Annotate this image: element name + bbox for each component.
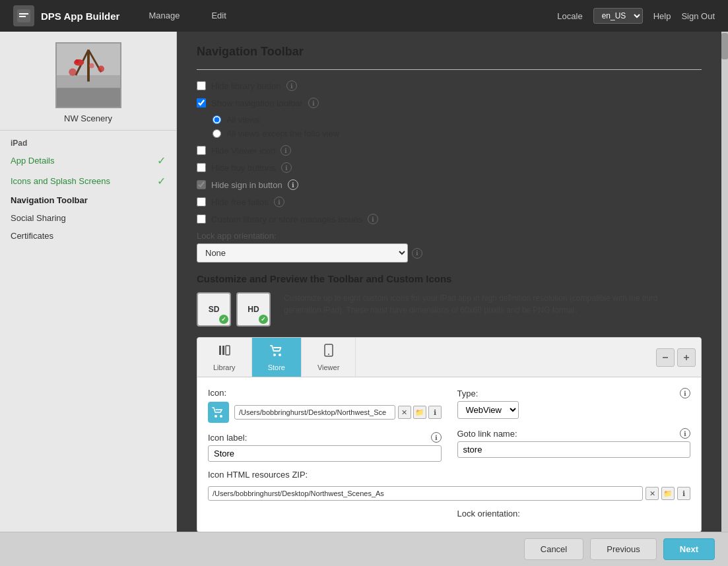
resolution-buttons: SD ✓ HD ✓ <box>197 292 271 327</box>
vertical-scrollbar[interactable] <box>721 32 728 532</box>
goto-link-info-icon[interactable]: ℹ <box>680 428 690 439</box>
show-nav-toolbar-row: Show navigation toolbar ℹ <box>197 98 702 108</box>
title-divider <box>197 69 702 70</box>
all-views-radio[interactable] <box>213 115 221 124</box>
all-views-except-label[interactable]: All views except the folio view <box>226 129 339 139</box>
sidebar: NW Scenery iPad App Details ✓ Icons and … <box>0 32 177 532</box>
hide-library-checkbox[interactable] <box>197 81 206 90</box>
svg-point-18 <box>279 354 281 356</box>
hide-free-folios-info-icon[interactable]: ℹ <box>274 197 284 207</box>
nav-manage[interactable]: Manage <box>133 0 195 32</box>
sidebar-item-social-sharing[interactable]: Social Sharing <box>0 209 176 227</box>
hide-buy-label[interactable]: Hide buy buttons <box>211 163 276 173</box>
custom-library-checkbox[interactable] <box>197 214 206 224</box>
custom-library-label[interactable]: Custom library or store manages issues <box>211 214 362 224</box>
radio-group: All views All views except the folio vie… <box>213 115 702 139</box>
hd-label: HD <box>248 305 259 314</box>
help-label[interactable]: Help <box>653 11 671 21</box>
tab-viewer[interactable]: Viewer <box>302 338 356 377</box>
svg-point-20 <box>328 354 329 355</box>
hide-buy-checkbox[interactable] <box>197 163 206 172</box>
main-container: NW Scenery iPad App Details ✓ Icons and … <box>0 32 728 532</box>
show-nav-toolbar-label[interactable]: Show navigation toolbar <box>211 98 303 108</box>
type-info-icon[interactable]: ℹ <box>680 388 690 398</box>
icon-label-input[interactable] <box>208 445 442 462</box>
hide-free-folios-label[interactable]: Hide free folios <box>211 197 269 207</box>
html-zip-clear-button[interactable]: ✕ <box>645 487 659 500</box>
hide-viewer-label[interactable]: Hide Viewer icon <box>211 146 275 156</box>
icon-form: Icon: ✕ 📁 ℹ <box>197 377 701 532</box>
show-nav-toolbar-checkbox[interactable] <box>197 98 206 108</box>
cancel-button[interactable]: Cancel <box>524 538 583 560</box>
nav-edit[interactable]: Edit <box>195 0 242 32</box>
lock-orientation-select-row: None ℹ <box>197 243 702 263</box>
tab-store[interactable]: Store <box>252 338 302 377</box>
hide-free-folios-checkbox[interactable] <box>197 197 206 206</box>
delete-icon-button[interactable] <box>656 348 675 367</box>
viewer-icon <box>321 343 336 361</box>
icon-field-actions: ✕ 📁 ℹ <box>398 406 442 419</box>
sidebar-item-app-details[interactable]: App Details ✓ <box>0 150 176 171</box>
signout-label[interactable]: Sign Out <box>681 11 715 21</box>
icon-path-field[interactable] <box>234 405 395 420</box>
page-title: Navigation Toolbar <box>197 45 702 59</box>
icon-tabs-container: Library Store Viewer <box>197 337 702 532</box>
hide-viewer-checkbox[interactable] <box>197 146 206 155</box>
all-views-label[interactable]: All views <box>226 115 260 125</box>
hide-signin-info-icon: ℹ <box>288 179 298 190</box>
sidebar-item-label: Icons and Splash Screens <box>11 176 110 186</box>
toolbar-description: Customize up to eight custom icons for y… <box>284 292 680 316</box>
show-nav-info-icon[interactable]: ℹ <box>308 98 319 108</box>
hide-signin-label: Hide sign in button <box>211 180 282 190</box>
type-section: Type: ℹ WebView <box>457 388 691 419</box>
hide-buy-info-icon[interactable]: ℹ <box>281 162 292 173</box>
locale-select[interactable]: en_US <box>593 8 643 24</box>
lock-orientation-icon-label: Lock orientation: <box>457 509 691 519</box>
lock-orientation-row: Lock app orientation: None ℹ <box>197 231 702 263</box>
app-thumbnail <box>55 42 121 108</box>
lock-orientation-label: Lock app orientation: <box>197 231 702 241</box>
add-icon-button[interactable] <box>677 348 696 367</box>
store-icon <box>269 343 284 361</box>
icon-label-info-icon[interactable]: ℹ <box>431 432 442 443</box>
goto-link-input[interactable] <box>457 441 691 458</box>
hide-free-folios-row: Hide free folios ℹ <box>197 197 702 207</box>
html-zip-field[interactable] <box>208 486 643 501</box>
hd-button[interactable]: HD ✓ <box>236 292 271 327</box>
hide-viewer-info-icon[interactable]: ℹ <box>281 145 291 156</box>
icon-browse-button[interactable]: 📁 <box>413 406 426 419</box>
icon-label-section: Icon label: ℹ <box>208 432 442 462</box>
sidebar-item-nav-toolbar[interactable]: Navigation Toolbar <box>0 191 176 209</box>
html-zip-info-button[interactable]: ℹ <box>677 487 690 500</box>
logo-icon <box>13 5 34 26</box>
toolbar-preview: SD ✓ HD ✓ Customize up to eight custom i… <box>197 292 702 327</box>
platform-label: iPad <box>0 131 176 150</box>
tab-library[interactable]: Library <box>197 338 252 377</box>
icon-clear-button[interactable]: ✕ <box>398 406 411 419</box>
scrollbar-thumb[interactable] <box>721 33 728 59</box>
previous-button[interactable]: Previous <box>590 538 657 560</box>
next-button[interactable]: Next <box>663 538 715 560</box>
svg-point-13 <box>88 63 94 69</box>
custom-library-info-icon[interactable]: ℹ <box>368 214 378 224</box>
radio-all-views-except-row: All views except the folio view <box>213 129 702 139</box>
icon-tab-actions <box>651 346 701 369</box>
all-views-except-radio[interactable] <box>213 129 221 138</box>
icon-form-right: Type: ℹ WebView Goto link name: ℹ <box>457 388 691 462</box>
svg-rect-2 <box>19 16 26 17</box>
app-details-check: ✓ <box>157 154 166 167</box>
hide-library-label[interactable]: Hide library button <box>211 81 281 91</box>
hide-library-info-icon[interactable]: ℹ <box>286 80 297 91</box>
lock-orientation-info-icon[interactable]: ℹ <box>412 248 422 259</box>
html-zip-browse-button[interactable]: 📁 <box>661 487 675 500</box>
sidebar-item-label: Navigation Toolbar <box>11 195 88 205</box>
lock-orientation-select[interactable]: None <box>197 243 408 263</box>
sidebar-item-icons-splash[interactable]: Icons and Splash Screens ✓ <box>0 171 176 191</box>
type-select[interactable]: WebView <box>457 401 519 419</box>
svg-point-12 <box>98 66 104 73</box>
svg-point-25 <box>220 415 222 418</box>
hide-library-row: Hide library button ℹ <box>197 80 702 91</box>
icon-info-button[interactable]: ℹ <box>428 406 442 419</box>
sidebar-item-certificates[interactable]: Certificates <box>0 227 176 245</box>
sd-button[interactable]: SD ✓ <box>197 292 231 327</box>
